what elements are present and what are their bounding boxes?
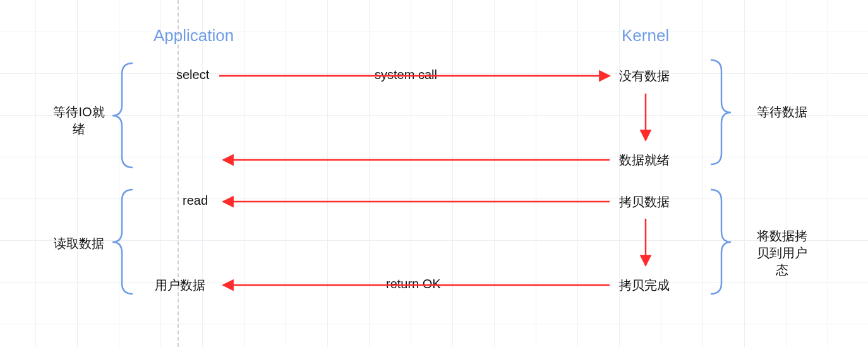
label-wait-data: 等待数据 (747, 104, 817, 121)
label-wait-io-ready: 等待IO就绪 (47, 104, 111, 138)
label-data-ready: 数据就绪 (619, 152, 670, 169)
application-lifeline (178, 0, 179, 347)
label-user-data: 用户数据 (155, 277, 205, 294)
label-read-data: 读取数据 (47, 235, 111, 252)
heading-application: Application (154, 26, 234, 46)
heading-kernel: Kernel (622, 26, 669, 46)
label-copy-data: 拷贝数据 (619, 193, 670, 210)
label-copy-done: 拷贝完成 (619, 277, 670, 294)
label-copy-to-user: 将数据拷贝到用户态 (747, 228, 817, 279)
label-read: read (183, 193, 208, 208)
label-select: select (176, 68, 209, 82)
label-return-ok: return OK (386, 277, 441, 291)
label-system-call: system call (375, 68, 437, 82)
label-no-data: 没有数据 (619, 68, 670, 85)
grid-background (0, 0, 868, 347)
